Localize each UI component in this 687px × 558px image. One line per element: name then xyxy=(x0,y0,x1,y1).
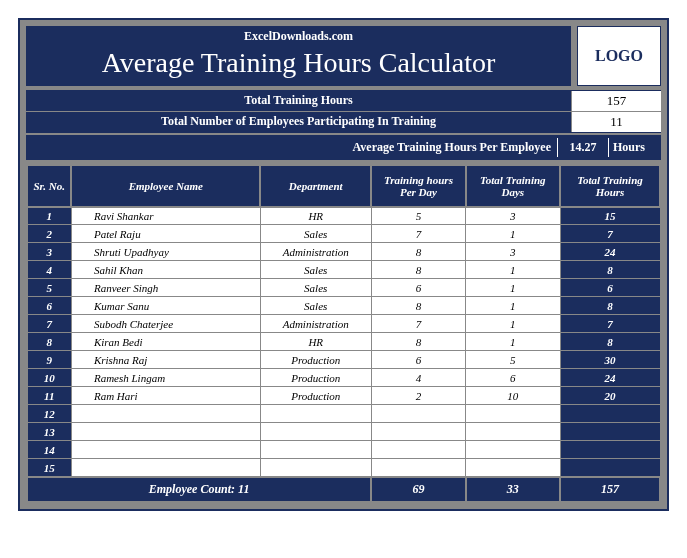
cell-name[interactable]: Ravi Shankar xyxy=(71,207,260,225)
cell-perday[interactable]: 5 xyxy=(371,207,465,225)
cell-dept[interactable]: HR xyxy=(260,207,371,225)
cell-name[interactable]: Shruti Upadhyay xyxy=(71,243,260,261)
cell-name[interactable]: Kumar Sanu xyxy=(71,297,260,315)
cell-perday[interactable]: 8 xyxy=(371,243,465,261)
cell-days[interactable]: 5 xyxy=(466,351,560,369)
cell-dept[interactable] xyxy=(260,405,371,423)
cell-perday[interactable] xyxy=(371,459,465,477)
cell-days[interactable]: 1 xyxy=(466,315,560,333)
cell-days[interactable] xyxy=(466,459,560,477)
cell-sr[interactable]: 14 xyxy=(27,441,71,459)
cell-name[interactable] xyxy=(71,441,260,459)
cell-total[interactable]: 6 xyxy=(560,279,660,297)
cell-name[interactable] xyxy=(71,423,260,441)
cell-perday[interactable] xyxy=(371,423,465,441)
cell-total[interactable] xyxy=(560,441,660,459)
cell-sr[interactable]: 2 xyxy=(27,225,71,243)
cell-total[interactable]: 7 xyxy=(560,225,660,243)
cell-sr[interactable]: 9 xyxy=(27,351,71,369)
cell-dept[interactable]: Production xyxy=(260,387,371,405)
cell-days[interactable]: 1 xyxy=(466,333,560,351)
cell-total[interactable]: 15 xyxy=(560,207,660,225)
cell-sr[interactable]: 13 xyxy=(27,423,71,441)
cell-total[interactable]: 24 xyxy=(560,369,660,387)
cell-days[interactable] xyxy=(466,423,560,441)
cell-sr[interactable]: 4 xyxy=(27,261,71,279)
cell-perday[interactable]: 8 xyxy=(371,333,465,351)
cell-sr[interactable]: 8 xyxy=(27,333,71,351)
table-row: 13 xyxy=(27,423,660,441)
cell-name[interactable]: Kiran Bedi xyxy=(71,333,260,351)
cell-dept[interactable]: Production xyxy=(260,369,371,387)
cell-perday[interactable]: 7 xyxy=(371,315,465,333)
cell-total[interactable]: 30 xyxy=(560,351,660,369)
cell-days[interactable]: 1 xyxy=(466,261,560,279)
cell-perday[interactable]: 7 xyxy=(371,225,465,243)
cell-dept[interactable]: Administration xyxy=(260,243,371,261)
cell-days[interactable] xyxy=(466,441,560,459)
table-row: 9Krishna RajProduction6530 xyxy=(27,351,660,369)
cell-name[interactable]: Sahil Khan xyxy=(71,261,260,279)
cell-dept[interactable]: Sales xyxy=(260,225,371,243)
cell-total[interactable]: 8 xyxy=(560,333,660,351)
cell-sr[interactable]: 7 xyxy=(27,315,71,333)
cell-sr[interactable]: 6 xyxy=(27,297,71,315)
cell-days[interactable]: 1 xyxy=(466,297,560,315)
cell-total[interactable]: 7 xyxy=(560,315,660,333)
cell-sr[interactable]: 1 xyxy=(27,207,71,225)
cell-dept[interactable]: Administration xyxy=(260,315,371,333)
cell-name[interactable]: Subodh Chaterjee xyxy=(71,315,260,333)
cell-days[interactable] xyxy=(466,405,560,423)
table-row: 12 xyxy=(27,405,660,423)
footer-employee-count: Employee Count: 11 xyxy=(27,477,371,502)
cell-sr[interactable]: 11 xyxy=(27,387,71,405)
cell-dept[interactable]: HR xyxy=(260,333,371,351)
cell-total[interactable]: 8 xyxy=(560,297,660,315)
cell-perday[interactable]: 6 xyxy=(371,279,465,297)
cell-total[interactable] xyxy=(560,405,660,423)
cell-days[interactable]: 10 xyxy=(466,387,560,405)
table-body: 1Ravi ShankarHR53152Patel RajuSales7173S… xyxy=(27,207,660,477)
cell-dept[interactable]: Sales xyxy=(260,297,371,315)
cell-sr[interactable]: 15 xyxy=(27,459,71,477)
cell-days[interactable]: 6 xyxy=(466,369,560,387)
cell-dept[interactable]: Sales xyxy=(260,279,371,297)
cell-name[interactable]: Ranveer Singh xyxy=(71,279,260,297)
cell-name[interactable] xyxy=(71,405,260,423)
cell-name[interactable]: Patel Raju xyxy=(71,225,260,243)
cell-name[interactable]: Ram Hari xyxy=(71,387,260,405)
cell-days[interactable]: 3 xyxy=(466,207,560,225)
cell-perday[interactable] xyxy=(371,405,465,423)
cell-name[interactable]: Krishna Raj xyxy=(71,351,260,369)
cell-days[interactable]: 3 xyxy=(466,243,560,261)
cell-name[interactable] xyxy=(71,459,260,477)
cell-sr[interactable]: 10 xyxy=(27,369,71,387)
cell-name[interactable]: Ramesh Lingam xyxy=(71,369,260,387)
cell-dept[interactable] xyxy=(260,423,371,441)
cell-total[interactable] xyxy=(560,459,660,477)
cell-perday[interactable]: 4 xyxy=(371,369,465,387)
cell-dept[interactable] xyxy=(260,459,371,477)
summary-stats: Total Training Hours 157 Total Number of… xyxy=(26,90,661,133)
cell-perday[interactable]: 8 xyxy=(371,261,465,279)
footer-sum-total: 157 xyxy=(560,477,660,502)
cell-sr[interactable]: 3 xyxy=(27,243,71,261)
cell-dept[interactable]: Production xyxy=(260,351,371,369)
cell-perday[interactable]: 2 xyxy=(371,387,465,405)
cell-perday[interactable]: 6 xyxy=(371,351,465,369)
stat-row-total-employees: Total Number of Employees Participating … xyxy=(26,112,661,132)
cell-perday[interactable] xyxy=(371,441,465,459)
cell-total[interactable]: 20 xyxy=(560,387,660,405)
cell-total[interactable]: 24 xyxy=(560,243,660,261)
cell-dept[interactable]: Sales xyxy=(260,261,371,279)
training-table: Sr. No. Employee Name Department Trainin… xyxy=(26,164,661,503)
cell-total[interactable]: 8 xyxy=(560,261,660,279)
cell-days[interactable]: 1 xyxy=(466,279,560,297)
cell-total[interactable] xyxy=(560,423,660,441)
cell-perday[interactable]: 8 xyxy=(371,297,465,315)
cell-sr[interactable]: 5 xyxy=(27,279,71,297)
total-hours-label: Total Training Hours xyxy=(26,91,571,110)
cell-dept[interactable] xyxy=(260,441,371,459)
cell-sr[interactable]: 12 xyxy=(27,405,71,423)
cell-days[interactable]: 1 xyxy=(466,225,560,243)
